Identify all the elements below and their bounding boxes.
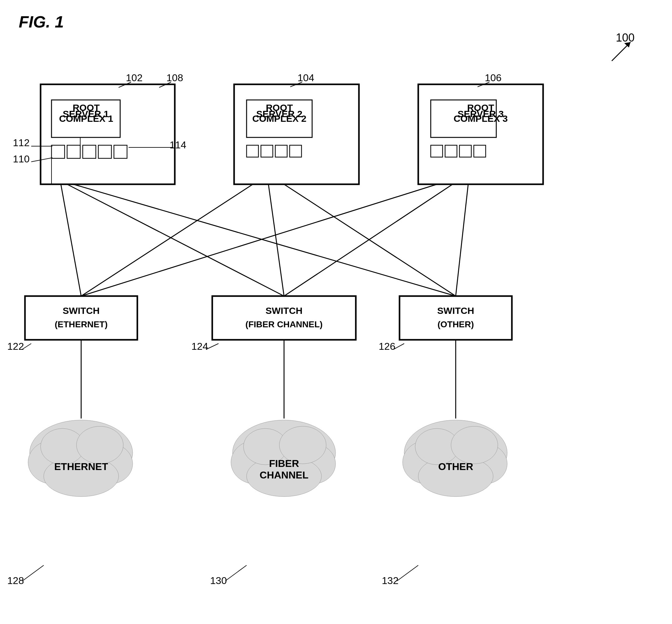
svg-point-91 (418, 456, 493, 497)
svg-line-96 (23, 565, 44, 581)
svg-rect-25 (247, 100, 312, 137)
svg-text:132: 132 (382, 575, 398, 586)
svg-text:SERVER 1: SERVER 1 (63, 109, 109, 119)
svg-rect-7 (98, 145, 111, 158)
svg-line-51 (284, 184, 456, 296)
svg-text:(OTHER): (OTHER) (438, 319, 474, 329)
svg-rect-36 (431, 100, 496, 137)
svg-line-53 (284, 184, 453, 296)
svg-text:SWITCH: SWITCH (63, 306, 100, 316)
svg-rect-65 (400, 296, 512, 340)
svg-rect-27 (261, 145, 273, 157)
svg-rect-39 (459, 145, 471, 157)
svg-text:OTHER: OTHER (438, 461, 473, 472)
svg-text:SERVER 2: SERVER 2 (256, 109, 302, 119)
svg-point-80 (233, 420, 335, 486)
svg-text:(ETHERNET): (ETHERNET) (55, 319, 108, 329)
figure-label: FIG. 1 (19, 12, 64, 31)
svg-rect-60 (212, 296, 356, 340)
svg-point-90 (460, 443, 507, 484)
svg-rect-37 (431, 145, 442, 157)
svg-point-93 (451, 426, 498, 464)
svg-point-74 (28, 440, 78, 484)
svg-rect-6 (83, 145, 96, 158)
svg-rect-55 (25, 296, 137, 340)
svg-text:110: 110 (13, 153, 29, 164)
svg-point-84 (243, 428, 287, 465)
svg-point-77 (41, 428, 84, 465)
svg-rect-4 (52, 145, 64, 158)
svg-rect-40 (474, 145, 486, 157)
svg-text:108: 108 (166, 72, 183, 83)
svg-text:SERVER 3: SERVER 3 (458, 109, 504, 119)
svg-point-89 (403, 440, 453, 484)
svg-rect-3 (52, 100, 120, 137)
svg-point-92 (415, 428, 459, 465)
svg-rect-26 (247, 145, 259, 157)
svg-text:ROOT: ROOT (73, 102, 100, 113)
svg-line-52 (81, 184, 437, 296)
svg-point-78 (77, 426, 123, 464)
svg-text:112: 112 (13, 137, 29, 148)
svg-rect-29 (290, 145, 301, 157)
svg-text:ETHERNET: ETHERNET (54, 461, 108, 472)
svg-line-15 (118, 82, 131, 87)
svg-text:128: 128 (7, 575, 24, 586)
svg-line-98 (225, 565, 247, 581)
svg-line-21 (31, 158, 52, 162)
svg-line-45 (478, 82, 489, 87)
svg-line-64 (207, 343, 218, 349)
svg-line-48 (73, 184, 456, 296)
svg-rect-8 (114, 145, 127, 158)
svg-line-47 (67, 184, 284, 296)
svg-rect-35 (418, 84, 543, 184)
svg-point-85 (279, 426, 326, 464)
svg-point-88 (404, 420, 507, 486)
svg-text:130: 130 (210, 575, 226, 586)
svg-line-54 (456, 184, 468, 296)
svg-point-83 (247, 456, 321, 497)
svg-line-49 (81, 184, 253, 296)
svg-text:124: 124 (191, 341, 208, 352)
svg-text:(FIBER CHANNEL): (FIBER CHANNEL) (245, 319, 322, 329)
svg-line-0 (612, 42, 630, 61)
svg-text:126: 126 (379, 341, 395, 352)
svg-text:114: 114 (169, 139, 186, 151)
svg-line-69 (394, 343, 404, 349)
svg-line-17 (159, 82, 171, 87)
svg-text:COMPLEX 1: COMPLEX 1 (59, 113, 113, 124)
svg-text:ROOT: ROOT (266, 102, 293, 113)
svg-text:CHANNEL: CHANNEL (260, 469, 308, 480)
svg-line-59 (23, 343, 31, 349)
svg-point-76 (44, 456, 118, 497)
svg-rect-38 (445, 145, 457, 157)
svg-rect-28 (275, 145, 287, 157)
svg-text:COMPLEX 2: COMPLEX 2 (252, 113, 306, 124)
svg-text:106: 106 (485, 72, 501, 83)
svg-text:102: 102 (126, 72, 142, 83)
svg-point-73 (30, 420, 133, 486)
svg-point-81 (231, 440, 281, 484)
svg-text:FIBER: FIBER (269, 458, 299, 469)
svg-line-100 (397, 565, 418, 581)
svg-rect-5 (67, 145, 80, 158)
svg-line-46 (61, 184, 81, 296)
svg-text:104: 104 (297, 72, 314, 83)
ref-100-label: 100 (616, 31, 635, 44)
svg-text:ROOT: ROOT (467, 102, 494, 113)
svg-text:SWITCH: SWITCH (266, 306, 302, 316)
svg-text:SWITCH: SWITCH (437, 306, 474, 316)
svg-rect-2 (41, 84, 175, 184)
svg-text:COMPLEX 3: COMPLEX 3 (454, 113, 508, 124)
svg-rect-24 (234, 84, 359, 184)
svg-point-75 (86, 443, 133, 484)
svg-line-34 (290, 82, 302, 87)
svg-point-82 (289, 443, 335, 484)
svg-line-50 (268, 184, 284, 296)
svg-text:122: 122 (7, 341, 24, 352)
